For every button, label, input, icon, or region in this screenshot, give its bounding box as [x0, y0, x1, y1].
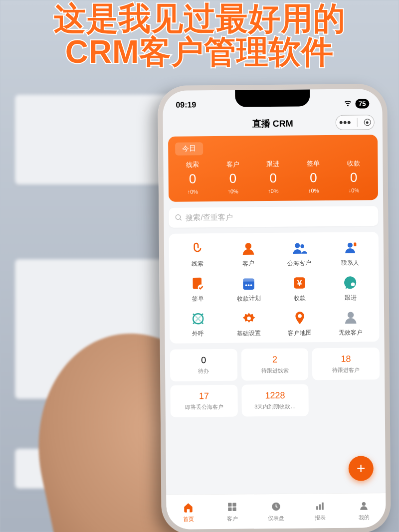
tile-value: 18 — [341, 354, 351, 364]
stat-value: 0 — [189, 171, 197, 186]
nav-icon — [358, 500, 369, 512]
svg-rect-28 — [322, 502, 324, 510]
app-label: 无效客户 — [339, 328, 363, 337]
app-label: 收款计划 — [237, 294, 261, 303]
svg-point-11 — [245, 284, 247, 286]
stat-delta: ↑0% — [227, 188, 238, 194]
app-customer[interactable]: 客户 — [223, 240, 274, 268]
summary-tile[interactable]: 2 待跟进线索 — [241, 348, 308, 380]
content-area[interactable]: 今日 线索 0 ↑0% 客户 0 ↑0% 跟进 0 ↑0% 签单 0 ↑0% 收… — [163, 134, 386, 495]
summary-tile[interactable]: 17 即将丢公海客户 — [170, 385, 237, 417]
nav-icon — [270, 501, 281, 513]
nav-icon — [314, 501, 325, 513]
nav-label: 仪表盘 — [268, 514, 284, 522]
svg-rect-26 — [316, 506, 318, 510]
summary-tile[interactable]: 0 待办 — [170, 349, 237, 381]
stat-delta: ↓0% — [349, 187, 360, 193]
payment-icon: ¥ — [291, 274, 308, 291]
stat-label: 签单 — [307, 159, 320, 168]
map-icon — [291, 309, 308, 326]
miniprogram-capsule[interactable] — [336, 115, 375, 130]
stat-delta: ↑0% — [268, 188, 279, 194]
stat-item[interactable]: 签单 0 ↑0% — [293, 159, 334, 194]
stat-item[interactable]: 客户 0 ↑0% — [212, 160, 253, 194]
nav-icon — [183, 502, 194, 514]
phone-screen: 09:19 75 直播 CRM 今日 线索 0 — [163, 89, 386, 530]
nav-icon — [226, 501, 237, 513]
stat-delta: ↑0% — [308, 187, 319, 193]
svg-point-13 — [250, 284, 252, 286]
close-icon[interactable] — [364, 119, 371, 126]
app-contract[interactable]: 签单 — [172, 275, 223, 304]
tile-label: 即将丢公海客户 — [185, 403, 223, 411]
stat-item[interactable]: 线索 0 ↑0% — [172, 160, 212, 195]
svg-rect-6 — [354, 243, 356, 247]
contract-icon — [189, 275, 206, 292]
app-plan[interactable]: 收款计划 — [223, 275, 274, 303]
app-label: 跟进 — [345, 294, 357, 302]
tile-label: 待跟进线索 — [261, 367, 288, 374]
stat-value: 0 — [229, 171, 237, 186]
app-follow[interactable]: 跟进 — [325, 274, 376, 302]
svg-point-20 — [348, 312, 354, 318]
title-bar: 直播 CRM — [163, 112, 383, 136]
customer-icon — [240, 240, 257, 257]
search-placeholder: 搜索/查重客户 — [186, 212, 232, 222]
search-icon — [175, 214, 183, 222]
svg-point-29 — [362, 502, 366, 506]
app-label: 客户地图 — [288, 329, 312, 337]
more-icon[interactable] — [339, 121, 350, 124]
search-input[interactable]: 搜索/查重客户 — [169, 206, 378, 228]
app-label: 基础设置 — [237, 329, 261, 338]
stat-value: 0 — [269, 171, 277, 186]
svg-point-16 — [351, 283, 355, 287]
svg-rect-24 — [232, 507, 236, 511]
app-label: 线索 — [192, 260, 203, 268]
stat-delta: ↑0% — [188, 188, 199, 194]
nav-item-3[interactable]: 报表 — [298, 494, 342, 529]
stat-item[interactable]: 收款 0 ↓0% — [334, 159, 374, 193]
stat-item[interactable]: 跟进 0 ↑0% — [253, 160, 293, 194]
nav-item-4[interactable]: 我的 — [342, 493, 386, 528]
nav-item-1[interactable]: 客户 — [210, 494, 254, 529]
nav-item-2[interactable]: 仪表盘 — [254, 494, 298, 529]
wifi-icon — [343, 98, 352, 109]
app-label: 公海客户 — [287, 259, 311, 267]
app-payment[interactable]: ¥ 收款 — [274, 274, 325, 303]
status-time: 09:19 — [176, 100, 196, 109]
svg-rect-10 — [243, 278, 254, 281]
svg-text:¥: ¥ — [297, 278, 302, 288]
app-public[interactable]: 公海客户 — [274, 239, 325, 268]
battery-indicator: 75 — [355, 99, 370, 108]
nav-label: 首页 — [183, 515, 194, 523]
svg-rect-22 — [232, 503, 236, 506]
app-invalid[interactable]: 无效客户 — [325, 309, 376, 337]
svg-point-18 — [247, 317, 251, 321]
tile-value: 2 — [272, 355, 277, 365]
summary-tile[interactable]: 18 待跟进客户 — [312, 348, 380, 380]
stat-value: 0 — [350, 170, 358, 185]
tile-label: 待跟进客户 — [332, 366, 360, 374]
svg-point-12 — [248, 284, 250, 286]
app-contact[interactable]: 联系人 — [325, 239, 376, 267]
bottom-nav: 首页 客户 仪表盘 报表 我的 — [166, 493, 386, 530]
nav-item-0[interactable]: 首页 — [166, 495, 210, 530]
svg-rect-23 — [228, 507, 231, 511]
app-call[interactable]: 外呼 — [173, 310, 223, 339]
svg-line-1 — [180, 219, 181, 220]
app-label: 收款 — [294, 294, 306, 302]
app-settings[interactable]: 基础设置 — [223, 310, 274, 338]
app-lead[interactable]: 线索 — [172, 240, 223, 269]
app-grid: 线索 客户 公海客户 联系人 签单 收款计划 ¥ 收款 跟进 外呼 基础设置 客… — [169, 232, 380, 344]
add-fab[interactable]: + — [349, 456, 374, 481]
today-badge[interactable]: 今日 — [175, 142, 203, 155]
app-map[interactable]: 客户地图 — [274, 309, 325, 338]
follow-icon — [342, 274, 359, 291]
public-icon — [291, 239, 308, 256]
stats-card: 今日 线索 0 ↑0% 客户 0 ↑0% 跟进 0 ↑0% 签单 0 ↑0% 收… — [168, 135, 378, 202]
tile-label: 待办 — [198, 367, 209, 375]
nav-label: 客户 — [227, 515, 238, 522]
summary-tile[interactable]: 1228 3天内到期收款… — [241, 384, 309, 416]
stat-label: 跟进 — [266, 160, 279, 169]
stat-label: 线索 — [186, 160, 199, 169]
